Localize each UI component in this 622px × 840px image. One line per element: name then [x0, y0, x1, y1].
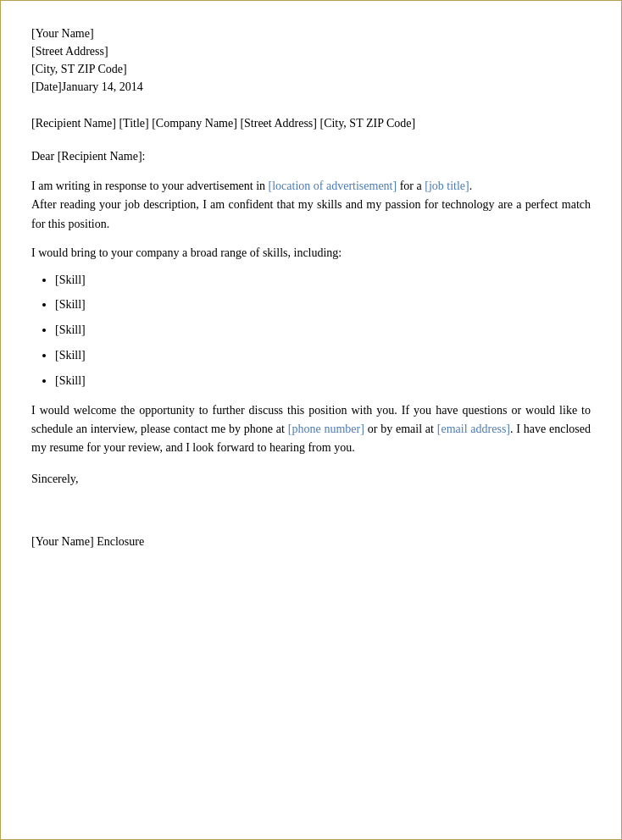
recipient-city: [City, ST ZIP Code]: [319, 117, 415, 130]
skill-item-5: [Skill]: [55, 371, 591, 391]
recipient-company: [Company Name]: [152, 117, 237, 130]
skills-intro-text: I would bring to your company a broad ra…: [31, 246, 342, 259]
sender-date-line: [Date]January 14, 2014: [31, 78, 591, 96]
intro-paragraph: I am writing in response to your adverti…: [31, 177, 591, 234]
skill-item-3: [Skill]: [55, 320, 591, 340]
sender-block: [Your Name] [Street Address] [City, ST Z…: [31, 25, 591, 96]
date-label: [Date]: [31, 80, 62, 93]
cover-letter-page: [Your Name] [Street Address] [City, ST Z…: [0, 0, 622, 840]
phone-number: [phone number]: [288, 423, 364, 435]
signature-name: [Your Name]: [31, 535, 94, 548]
skill-item-4: [Skill]: [55, 345, 591, 366]
closing-para-mid: or by email at: [364, 423, 437, 435]
closing-block: Sincerely,: [31, 470, 591, 489]
advertisement-location: [location of advertisement]: [269, 180, 397, 192]
skills-intro: I would bring to your company a broad ra…: [31, 244, 591, 262]
job-title: [job title]: [425, 180, 469, 192]
salutation-text: Dear [Recipient Name]:: [31, 150, 146, 163]
skill-item-1: [Skill]: [55, 270, 591, 290]
salutation: Dear [Recipient Name]:: [31, 147, 591, 165]
email-address: [email address]: [437, 423, 510, 435]
sender-street: [Street Address]: [31, 42, 591, 60]
signature-space: [31, 489, 591, 533]
recipient-title: [Title]: [119, 117, 148, 130]
closing-paragraph: I would welcome the opportunity to furth…: [31, 401, 591, 458]
date-value: January 14, 2014: [62, 80, 143, 93]
sender-city: [City, ST ZIP Code]: [31, 60, 591, 78]
closing-salutation: Sincerely,: [31, 472, 78, 485]
recipient-street: [Street Address]: [240, 117, 317, 130]
intro-continuation: After reading your job description, I am…: [31, 198, 591, 229]
recipient-block: [Recipient Name] [Title] [Company Name] …: [31, 114, 591, 132]
intro-text-mid: for a: [397, 180, 425, 192]
intro-text-end: .: [469, 180, 473, 192]
skill-item-2: [Skill]: [55, 295, 591, 315]
recipient-name: [Recipient Name]: [31, 117, 116, 130]
sender-name: [Your Name]: [31, 25, 591, 42]
enclosure-line: Enclosure: [97, 535, 144, 548]
skills-list: [Skill] [Skill] [Skill] [Skill] [Skill]: [55, 270, 591, 391]
intro-text-start: I am writing in response to your adverti…: [31, 180, 269, 192]
footer-block: [Your Name] Enclosure: [31, 533, 591, 550]
